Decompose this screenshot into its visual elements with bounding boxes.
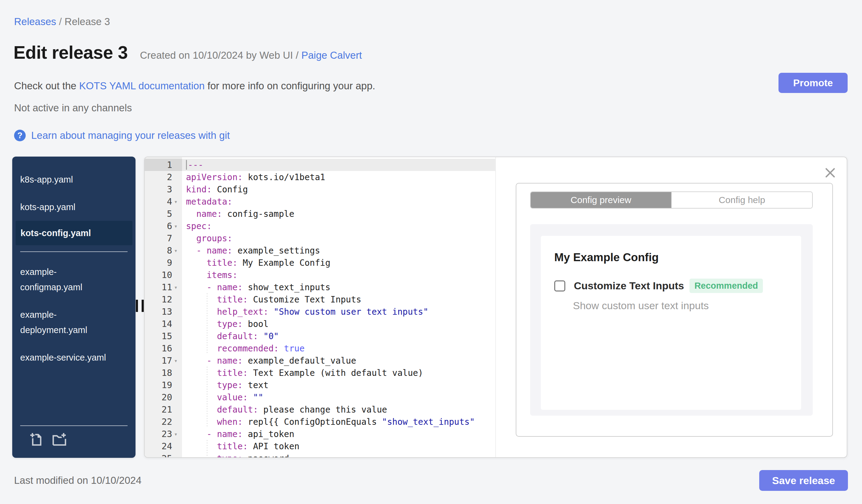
code-line-15[interactable]: 15 default: "0"	[145, 330, 495, 342]
gutter-line-16[interactable]: 16	[145, 342, 182, 355]
gutter-line-23[interactable]: 23▾	[145, 428, 182, 440]
code-text-5[interactable]: name: config-sample	[182, 208, 495, 220]
gutter-line-13[interactable]: 13	[145, 306, 182, 318]
gutter-line-5[interactable]: 5	[145, 208, 182, 220]
fold-arrow-icon[interactable]: ▾	[174, 284, 182, 291]
code-text-18[interactable]: title: Text Example (with default value)	[182, 367, 495, 379]
file-item-k8s-app.yaml[interactable]: k8s-app.yaml	[20, 166, 113, 193]
breadcrumb-releases-link[interactable]: Releases	[14, 16, 56, 27]
code-line-11[interactable]: 11▾ - name: show_text_inputs	[145, 281, 495, 293]
gutter-line-9[interactable]: 9	[145, 256, 182, 269]
code-text-4[interactable]: metadata:	[182, 196, 495, 208]
file-item-example-configmap.yaml[interactable]: example-configmap.yaml	[20, 258, 113, 301]
tab-config-preview[interactable]: Config preview	[531, 192, 671, 208]
customize-text-inputs-checkbox[interactable]	[554, 280, 565, 291]
fold-arrow-icon[interactable]: ▾	[174, 430, 182, 437]
code-text-21[interactable]: default: please change this value	[182, 403, 495, 416]
fold-arrow-icon[interactable]: ▾	[174, 357, 182, 364]
code-line-14[interactable]: 14 type: bool	[145, 318, 495, 330]
code-line-21[interactable]: 21 default: please change this value	[145, 403, 495, 416]
code-line-24[interactable]: 24 title: API token	[145, 440, 495, 452]
code-line-13[interactable]: 13 help_text: "Show custom user text inp…	[145, 306, 495, 318]
gutter-line-20[interactable]: 20	[145, 391, 182, 403]
code-line-6[interactable]: 6▾spec:	[145, 220, 495, 232]
code-text-10[interactable]: items:	[182, 269, 495, 281]
gutter-line-11[interactable]: 11▾	[145, 281, 182, 293]
code-text-7[interactable]: groups:	[182, 232, 495, 244]
gutter-line-4[interactable]: 4▾	[145, 196, 182, 208]
file-item-kots-app.yaml[interactable]: kots-app.yaml	[20, 193, 113, 221]
file-item-example-service.yaml[interactable]: example-service.yaml	[20, 344, 113, 371]
code-text-25[interactable]: type: password	[182, 452, 495, 458]
code-text-6[interactable]: spec:	[182, 220, 495, 232]
gutter-line-10[interactable]: 10	[145, 269, 182, 281]
yaml-code-editor[interactable]: 1---2apiVersion: kots.io/v1beta13kind: C…	[145, 157, 496, 457]
gutter-line-24[interactable]: 24	[145, 440, 182, 452]
code-text-24[interactable]: title: API token	[182, 440, 495, 452]
save-release-button[interactable]: Save release	[759, 470, 848, 491]
code-line-20[interactable]: 20 value: ""	[145, 391, 495, 403]
tab-config-help[interactable]: Config help	[671, 192, 812, 208]
gutter-line-7[interactable]: 7	[145, 232, 182, 244]
gutter-line-25[interactable]: 25	[145, 452, 182, 458]
gutter-line-12[interactable]: 12	[145, 293, 182, 306]
code-text-9[interactable]: title: My Example Config	[182, 256, 495, 269]
gutter-line-15[interactable]: 15	[145, 330, 182, 342]
fold-arrow-icon[interactable]: ▾	[174, 223, 182, 229]
gutter-line-22[interactable]: 22	[145, 416, 182, 428]
code-text-14[interactable]: type: bool	[182, 318, 495, 330]
code-text-1[interactable]: ---	[182, 159, 495, 171]
git-help-link[interactable]: Learn about managing your releases with …	[31, 130, 230, 141]
code-line-10[interactable]: 10 items:	[145, 269, 495, 281]
code-text-11[interactable]: - name: show_text_inputs	[182, 281, 495, 293]
code-line-25[interactable]: 25 type: password	[145, 452, 495, 458]
code-text-23[interactable]: - name: api_token	[182, 428, 495, 440]
code-text-8[interactable]: - name: example_settings	[182, 244, 495, 256]
code-line-5[interactable]: 5 name: config-sample	[145, 208, 495, 220]
close-preview-icon[interactable]	[823, 166, 837, 180]
gutter-line-6[interactable]: 6▾	[145, 220, 182, 232]
code-text-17[interactable]: - name: example_default_value	[182, 355, 495, 367]
fold-arrow-icon[interactable]: ▾	[174, 198, 182, 205]
gutter-line-18[interactable]: 18	[145, 367, 182, 379]
code-text-15[interactable]: default: "0"	[182, 330, 495, 342]
pane-resize-handle-left[interactable]	[136, 300, 144, 312]
code-line-17[interactable]: 17▾ - name: example_default_value	[145, 355, 495, 367]
promote-button[interactable]: Promote	[779, 73, 848, 93]
code-line-18[interactable]: 18 title: Text Example (with default val…	[145, 367, 495, 379]
code-text-19[interactable]: type: text	[182, 379, 495, 391]
gutter-line-21[interactable]: 21	[145, 403, 182, 416]
code-line-8[interactable]: 8▾ - name: example_settings	[145, 244, 495, 256]
code-text-2[interactable]: apiVersion: kots.io/v1beta1	[182, 171, 495, 183]
gutter-line-17[interactable]: 17▾	[145, 355, 182, 367]
code-line-19[interactable]: 19 type: text	[145, 379, 495, 391]
code-line-12[interactable]: 12 title: Customize Text Inputs	[145, 293, 495, 306]
fold-arrow-icon[interactable]: ▾	[174, 247, 182, 254]
code-text-3[interactable]: kind: Config	[182, 183, 495, 196]
file-item-example-deployment.yaml[interactable]: example-deployment.yaml	[20, 301, 113, 344]
code-text-13[interactable]: help_text: "Show custom user text inputs…	[182, 306, 495, 318]
code-line-1[interactable]: 1---	[145, 159, 495, 171]
gutter-line-2[interactable]: 2	[145, 171, 182, 183]
code-line-22[interactable]: 22 when: repl{{ ConfigOptionEquals "show…	[145, 416, 495, 428]
code-line-3[interactable]: 3kind: Config	[145, 183, 495, 196]
code-text-16[interactable]: recommended: true	[182, 342, 495, 355]
gutter-line-3[interactable]: 3	[145, 183, 182, 196]
code-line-2[interactable]: 2apiVersion: kots.io/v1beta1	[145, 171, 495, 183]
author-link[interactable]: Paige Calvert	[301, 50, 362, 61]
new-file-icon[interactable]	[29, 432, 45, 448]
code-line-7[interactable]: 7 groups:	[145, 232, 495, 244]
kots-yaml-doc-link[interactable]: KOTS YAML documentation	[79, 80, 205, 91]
code-text-12[interactable]: title: Customize Text Inputs	[182, 293, 495, 306]
gutter-line-8[interactable]: 8▾	[145, 244, 182, 256]
code-text-20[interactable]: value: ""	[182, 391, 495, 403]
code-line-9[interactable]: 9 title: My Example Config	[145, 256, 495, 269]
new-folder-icon[interactable]	[51, 432, 67, 448]
code-line-4[interactable]: 4▾metadata:	[145, 196, 495, 208]
gutter-line-19[interactable]: 19	[145, 379, 182, 391]
code-text-22[interactable]: when: repl{{ ConfigOptionEquals "show_te…	[182, 416, 495, 428]
code-line-23[interactable]: 23▾ - name: api_token	[145, 428, 495, 440]
gutter-line-14[interactable]: 14	[145, 318, 182, 330]
gutter-line-1[interactable]: 1	[145, 159, 182, 171]
code-line-16[interactable]: 16 recommended: true	[145, 342, 495, 355]
